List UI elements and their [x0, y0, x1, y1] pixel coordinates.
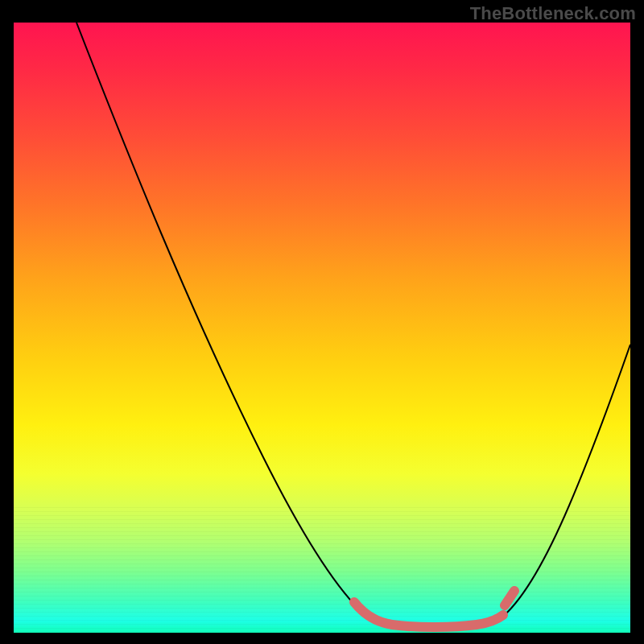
curve-overlay [14, 23, 630, 633]
sweet-spot-highlight [354, 591, 514, 627]
chart-stage: TheBottleneck.com [0, 0, 644, 644]
plot-area [14, 23, 630, 633]
watermark-text: TheBottleneck.com [470, 3, 636, 24]
right-branch-line [501, 345, 630, 618]
left-branch-line [76, 23, 378, 621]
